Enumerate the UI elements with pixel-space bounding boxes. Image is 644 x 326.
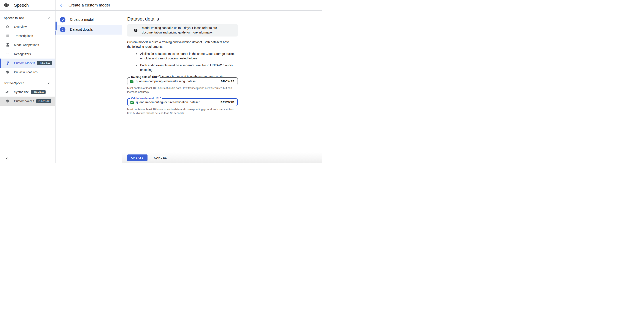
validation-dataset-uri-label: Validation dataset URI *	[130, 97, 162, 100]
sidebar-item-label: Custom Voices	[14, 100, 34, 103]
sidebar-item-label: Synthesize	[14, 90, 29, 94]
main-content: Dataset details Model training can take …	[122, 10, 322, 163]
text-cursor	[200, 100, 200, 104]
recognizers-icon	[6, 52, 9, 56]
section-label: Speech-to-Text	[4, 16, 24, 20]
back-button[interactable]	[58, 2, 66, 9]
section-header-speech-to-text[interactable]: Speech-to-Text	[0, 14, 55, 22]
create-button[interactable]: CREATE	[127, 154, 148, 161]
product-logo-area[interactable]: Speech	[0, 0, 55, 10]
product-name: Speech	[14, 3, 29, 8]
folder-check-icon	[130, 101, 134, 104]
arrow-left-icon	[60, 3, 64, 8]
sidebar-nav: Speech-to-Text Overview Transcriptions	[0, 10, 55, 163]
validation-browse-button[interactable]: BROWSE	[220, 101, 234, 104]
section-label: Text-to-Speech	[4, 82, 24, 85]
sidebar-item-overview[interactable]: Overview	[0, 22, 55, 31]
sidebar-item-label: Recognizers	[14, 52, 31, 56]
synthesize-icon	[6, 90, 9, 94]
step-dataset-details[interactable]: 2 Dataset details	[56, 25, 122, 34]
training-dataset-uri-value: quantum-computing-lectures/training_data…	[136, 80, 196, 83]
training-browse-button[interactable]: BROWSE	[221, 80, 234, 83]
validation-helper-text: Must contain at least 10 hours of audio …	[127, 108, 236, 115]
folder-check-icon	[130, 80, 134, 83]
sidebar-item-recognizers[interactable]: Recognizers	[0, 50, 55, 58]
sidebar-item-label: Overview	[14, 25, 26, 28]
cancel-button[interactable]: CANCEL	[153, 154, 168, 161]
custom-models-icon	[6, 61, 9, 65]
page-title: Create a custom model	[68, 3, 110, 8]
page-header: Create a custom model	[55, 0, 322, 10]
training-helper-text: Must contain at least 100 hours of audio…	[127, 86, 236, 94]
chevron-up-icon	[48, 16, 51, 20]
sidebar-item-label: Transcriptions	[14, 34, 33, 38]
step-label: Create a model	[70, 18, 94, 22]
validation-dataset-uri-value: quantum-computing-lectures/validation_da…	[136, 100, 200, 104]
info-icon	[134, 28, 138, 32]
info-banner-text: Model training can take up to 3 days. Pl…	[142, 26, 234, 35]
sidebar-item-transcriptions[interactable]: Transcriptions	[0, 31, 55, 40]
step-number-indicator: 2	[60, 27, 66, 32]
sidebar-item-custom-models[interactable]: Custom Models PREVIEW	[0, 58, 55, 68]
app-window: Speech Create a custom model Speech-to-T…	[0, 0, 322, 163]
sidebar-item-preview-features[interactable]: Preview Features	[0, 68, 55, 77]
action-bar: CREATE CANCEL	[122, 152, 322, 163]
preview-badge: PREVIEW	[31, 90, 46, 94]
speech-logo-icon	[4, 2, 10, 8]
step-create-a-model[interactable]: Create a model	[56, 15, 122, 25]
step-completed-indicator	[60, 17, 66, 22]
preview-badge: PREVIEW	[36, 99, 51, 103]
info-banner: Model training can take up to 3 days. Pl…	[127, 24, 238, 36]
layers-icon	[6, 99, 9, 103]
requirement-item: Each audio example must be a separate .w…	[140, 63, 238, 72]
sidebar-item-synthesize[interactable]: Synthesize PREVIEW	[0, 88, 55, 96]
requirement-item: All files for a dataset must be stored i…	[140, 52, 238, 61]
validation-dataset-uri-input[interactable]: Validation dataset URI * quantum-computi…	[127, 98, 238, 106]
section-header-text-to-speech[interactable]: Text-to-Speech	[0, 79, 55, 88]
chevron-up-icon	[48, 82, 51, 85]
home-icon	[6, 25, 9, 29]
training-dataset-uri-input[interactable]: Training dataset URI * quantum-computing…	[127, 77, 238, 85]
check-icon	[61, 18, 64, 22]
transcriptions-icon	[6, 34, 9, 38]
collapse-sidebar-icon	[6, 157, 9, 160]
sidebar-item-custom-voices[interactable]: Custom Voices PREVIEW	[0, 96, 55, 106]
top-bar: Speech Create a custom model	[0, 0, 322, 10]
sidebar-item-label: Model Adaptations	[14, 43, 39, 47]
sidebar-item-label: Custom Models	[14, 61, 35, 65]
steps-divider	[122, 10, 122, 163]
section-heading: Dataset details	[127, 16, 159, 22]
collapse-sidebar-button[interactable]	[5, 156, 10, 162]
step-label: Dataset details	[70, 28, 93, 32]
scrollbar-thumb[interactable]	[56, 22, 56, 30]
sidebar-item-model-adaptations[interactable]: Model Adaptations	[0, 40, 55, 50]
training-dataset-uri-label: Training dataset URI *	[130, 76, 160, 79]
layers-icon	[6, 70, 9, 74]
model-adaptations-icon	[6, 43, 9, 47]
intro-text: Custom models require a training and val…	[127, 40, 233, 49]
preview-badge: PREVIEW	[37, 61, 52, 65]
wizard-steps-panel: Create a model 2 Dataset details	[56, 10, 122, 163]
sidebar-item-label: Preview Features	[14, 70, 38, 74]
